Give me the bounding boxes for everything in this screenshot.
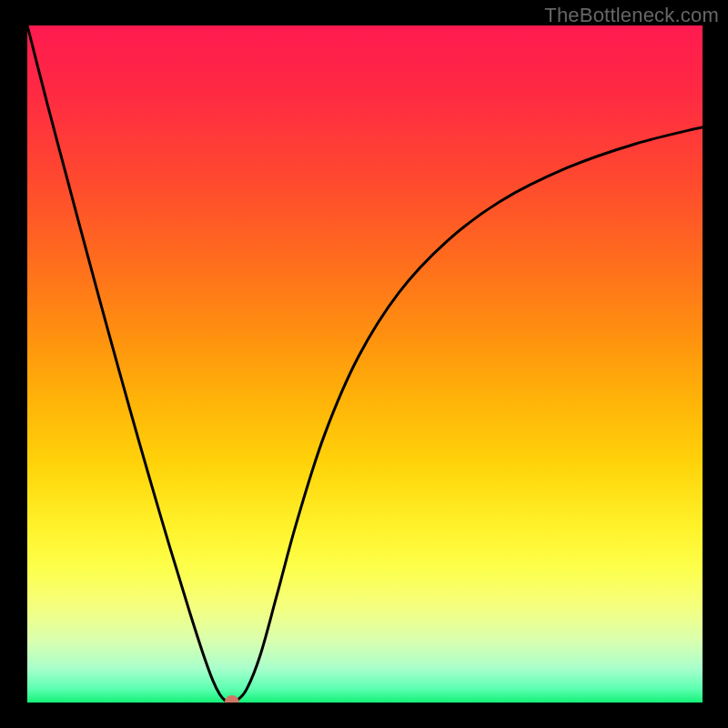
plot-area — [27, 25, 703, 703]
curve-svg — [27, 25, 703, 703]
chart-frame: TheBottleneck.com — [0, 0, 728, 728]
minimum-marker — [225, 695, 239, 703]
watermark-text: TheBottleneck.com — [544, 4, 719, 27]
bottleneck-curve — [27, 25, 703, 703]
